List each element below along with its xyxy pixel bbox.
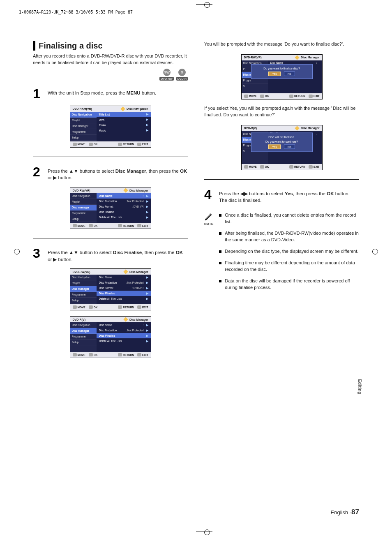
exit-icon	[137, 143, 141, 146]
yes-button[interactable]: Yes	[268, 72, 280, 76]
confirm-dialog: Do you want to finalise disc? Yes No	[251, 64, 313, 79]
row-disc-protection: Disc Protection: Not Protected▶	[97, 280, 151, 285]
side-setup: Setup	[70, 135, 97, 141]
step-2: 2 Press the ▲▼ buttons to select Disc Ma…	[33, 166, 188, 181]
side-programme: Programme	[70, 210, 97, 216]
step-text: Press the ▲▼ buttons to select Disc Mana…	[48, 166, 188, 181]
note-item: After being finalised, the DVD-R/DVD-RW(…	[219, 230, 359, 243]
side-setup: Setup	[70, 340, 97, 345]
row-disc-format: Disc Format: DVD-VR▶	[97, 204, 151, 209]
row-delete-all: Delete All Title Lists▶	[97, 215, 151, 220]
crop-mark-right	[376, 251, 388, 251]
badge-dvd-rw: RW DVD-RW	[159, 69, 174, 81]
diamond-icon	[123, 188, 128, 192]
page-footer: English -87	[331, 508, 360, 516]
row-disc-name: Disc Name:▶	[97, 193, 151, 199]
step-text: With the unit in Stop mode, press the ME…	[48, 88, 156, 100]
step-number: 4	[204, 189, 215, 204]
osd-header: DVD-RW(VR)	[73, 270, 90, 273]
no-button[interactable]: No	[284, 144, 295, 149]
side-playlist: Playlist	[70, 280, 97, 286]
osd-disc-finalise-rw: DVD-RW(VR) Disc Manager Disc Navigation …	[70, 268, 151, 310]
step-number: 2	[33, 166, 44, 181]
side-disc-navigation: Disc Navigation	[70, 193, 97, 199]
confirm-dialog: Disc will be finalised. Do you want to c…	[251, 132, 313, 152]
osd-header: DVD-RW(VR)	[244, 56, 262, 59]
side-programme: Programme	[70, 129, 97, 135]
side-disc-manager: Disc manager	[70, 123, 97, 129]
note-item: Once a disc is finalised, you cannot del…	[219, 212, 359, 225]
osd-header: DVD-R(V)	[244, 127, 257, 129]
note-item: Data on the disc will be damaged if the …	[219, 278, 359, 291]
move-icon	[73, 143, 77, 146]
step-1: 1 With the unit in Stop mode, press the …	[33, 88, 188, 100]
diamond-icon	[120, 106, 125, 111]
crop-mark-left	[4, 251, 16, 251]
side-disc-navigation: Disc Navigation	[70, 275, 97, 280]
step-text: Press the ▲▼ button to select Disc Final…	[48, 247, 188, 263]
diamond-icon	[295, 55, 299, 60]
side-setup: Setup	[70, 216, 97, 222]
step-number: 1	[33, 88, 44, 100]
step-number: 3	[33, 247, 44, 263]
row-disc-name: Disc Name:▶	[97, 322, 151, 328]
side-playlist: Playlist	[70, 199, 97, 205]
yes-button[interactable]: Yes	[268, 144, 280, 149]
osd-header: DVD-RW(VR)	[73, 189, 90, 192]
prompt-text-2: If you select Yes, you will be prompted …	[204, 105, 359, 118]
side-disc-navigation: Disc Navigation	[70, 322, 97, 328]
prompt-text-1: You will be prompted with the message 'D…	[204, 41, 359, 48]
divider	[33, 238, 188, 238]
side-setup: Setup	[70, 298, 97, 303]
osd-disc-navigation: DVD-RAM(VR) Disc Navigation Disc Navigat…	[70, 106, 151, 148]
row-delete-all: Delete All Title Lists▶	[97, 296, 151, 301]
disc-r-icon: R	[178, 69, 186, 76]
side-disc-manager: Disc manager	[70, 328, 97, 334]
osd-disc-manager: DVD-RW(VR) Disc Manager Disc Navigation …	[70, 187, 151, 229]
side-disc-manager: Disc manager	[70, 286, 97, 292]
step-4: 4 Press the ◀▶ buttons to select Yes, th…	[204, 189, 359, 204]
divider	[204, 179, 359, 180]
section-intro: After you record titles onto a DVD-RW/DV…	[33, 53, 188, 66]
step-3: 3 Press the ▲▼ button to select Disc Fin…	[33, 247, 188, 263]
row-disc-finalise: Disc Finalise▶	[97, 209, 151, 215]
side-playlist: Playlist	[70, 118, 97, 123]
osd-finalise-dialog-1: DVD-RW(VR) Disc Manager Disc Navigation …	[241, 54, 323, 99]
osd-header: DVD-R(V)	[73, 318, 86, 321]
side-programme: Programme	[70, 292, 97, 298]
osd-footer: MOVE OK RETURN EXIT	[70, 141, 151, 147]
osd-disc-finalise-r: DVD-R(V) Disc Manager Disc Navigation Di…	[70, 316, 151, 358]
row-title-list: Title List▶	[97, 112, 151, 117]
diamond-icon	[123, 317, 128, 322]
no-button[interactable]: No	[284, 72, 295, 76]
note-icon	[204, 212, 213, 221]
row-disc-finalise: Disc Finalise▶	[97, 333, 151, 338]
row-disc-finalise: Disc Finalise▶	[97, 291, 151, 296]
row-photo: Photo▶	[97, 123, 151, 128]
divider	[33, 157, 188, 157]
side-disc-manager: Disc manager	[70, 205, 97, 210]
osd-footer: MOVE OK RETURN EXIT	[242, 164, 322, 170]
section-title-bar: Finalising a disc	[33, 41, 188, 51]
row-delete-all: Delete All Title Lists▶	[97, 338, 151, 344]
step-text: Press the ◀▶ buttons to select Yes, then…	[219, 189, 350, 204]
notes-list: Once a disc is finalised, you cannot del…	[219, 212, 359, 296]
diamond-icon	[295, 126, 299, 130]
osd-footer: MOVE OK RETURN EXIT	[70, 223, 151, 229]
row-divx: DivX▶	[97, 117, 151, 123]
row-disc-format: Disc Format: DVD-VR▶	[97, 285, 151, 291]
osd-finalise-dialog-2: DVD-R(V) Disc Manager Disc Navigation Di…	[241, 125, 323, 170]
return-icon	[118, 143, 122, 146]
row-disc-name: Disc Name:▶	[97, 275, 151, 280]
note-item: Finalising time may be different dependi…	[219, 260, 359, 273]
badge-dvd-r: R DVD-R	[176, 69, 188, 81]
side-disc-navigation: Disc Navigation	[70, 112, 97, 118]
side-setup: S	[242, 83, 268, 89]
ok-icon	[89, 143, 93, 146]
dialog-message-2: Do you want to continue?	[253, 140, 311, 143]
crop-mark-top	[196, 4, 212, 5]
row-disc-protection: Disc Protection: Not Protected▶	[97, 199, 151, 204]
dialog-message-1: Disc will be finalised.	[253, 135, 311, 138]
print-header: 1-00687A-R120-UK_72~88 3/10/05 5:33 PM P…	[19, 10, 133, 14]
note-label: NOTE	[204, 222, 213, 226]
